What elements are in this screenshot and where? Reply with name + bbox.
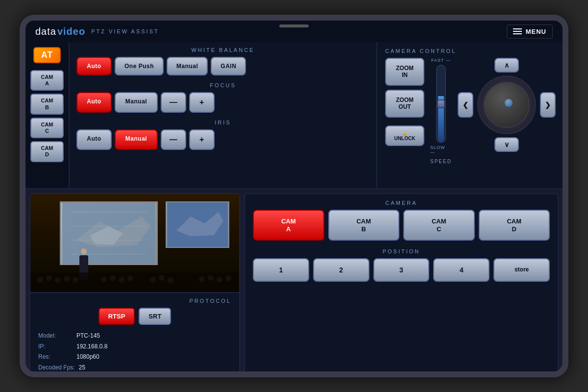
camera-c-button[interactable]: CAMC (403, 210, 475, 241)
focus-minus-button[interactable]: — (161, 92, 186, 113)
store-button[interactable]: store (493, 258, 550, 282)
upper-section: AT CAMA CAMB CAMC CAMD WHITE BALANCE Aut… (25, 42, 563, 189)
focus-manual-button[interactable]: Manual (115, 92, 158, 113)
slow-label: SLOW — (430, 145, 452, 155)
iris-label: IRIS (76, 120, 369, 125)
wb-one-push-button[interactable]: One Push (115, 57, 164, 75)
logo-video: video (57, 26, 85, 37)
camera-section-label: CAMERA (253, 200, 550, 206)
iris-minus-button[interactable]: — (161, 129, 186, 150)
hamburger-icon (513, 28, 522, 34)
svg-point-23 (208, 275, 214, 281)
camera-control-label: CAMERA CONTROL (385, 48, 555, 54)
controls-area: WHITE BALANCE Auto One Push Manual GAIN … (70, 42, 376, 188)
zoom-in-button[interactable]: ZOOMIN (385, 58, 424, 86)
camera-b-button[interactable]: CAMB (328, 210, 400, 241)
focus-auto-button[interactable]: Auto (76, 92, 112, 113)
iris-manual-button[interactable]: Manual (115, 129, 158, 150)
unlock-button[interactable]: 🔒UNLOCK (385, 125, 424, 146)
lower-section: PROTOCOL RTSP SRT Model: PTC-145 IP: 192… (25, 189, 563, 377)
focus-label: FOCUS (76, 82, 369, 88)
menu-button[interactable]: MENU (507, 24, 553, 39)
ptz-right-button[interactable]: ❯ (540, 92, 556, 118)
svg-rect-9 (30, 272, 239, 292)
slider-thumb[interactable] (437, 99, 445, 108)
header: datavideo PTZ VIEW ASSIST MENU (25, 21, 563, 42)
at-badge: AT (33, 47, 61, 63)
wb-manual-button[interactable]: Manual (167, 57, 208, 75)
ptz-middle-row: ❮ ❯ (458, 75, 556, 134)
ip-row: IP: 192.168.0.8 (38, 342, 231, 352)
model-label: Model: (38, 331, 73, 342)
white-balance-buttons: Auto One Push Manual GAIN (76, 57, 369, 75)
ptz-left-button[interactable]: ❮ (458, 92, 473, 118)
iris-auto-button[interactable]: Auto (76, 129, 112, 150)
lecture-screen (60, 201, 158, 265)
position-3-button[interactable]: 3 (373, 258, 430, 282)
logo-data: data (35, 26, 56, 37)
logo: datavideo (35, 26, 85, 37)
camera-grid: CAMA CAMB CAMC CAMD (253, 210, 550, 241)
position-2-button[interactable]: 2 (313, 258, 369, 282)
focus-group: FOCUS Auto Manual — + (76, 82, 369, 113)
svg-point-21 (168, 277, 173, 283)
svg-point-15 (101, 276, 107, 282)
device-info-table: Model: PTC-145 IP: 192.168.0.8 Res: 1080… (38, 331, 231, 373)
srt-button[interactable]: SRT (139, 308, 171, 325)
white-balance-label: WHITE BALANCE (76, 47, 369, 53)
speed-slider-track[interactable] (436, 65, 446, 143)
speed-text-label: SPEED (430, 159, 452, 164)
svg-point-24 (217, 277, 222, 283)
sidebar-cam-d-button[interactable]: CAMD (30, 141, 64, 162)
speed-slider-container: FAST — SLOW — SPEED (430, 58, 452, 164)
left-sidebar: AT CAMA CAMB CAMC CAMD (25, 42, 70, 188)
sidebar-cam-a-button[interactable]: CAMA (30, 70, 64, 91)
ip-value: 192.168.0.8 (76, 342, 107, 352)
position-1-button[interactable]: 1 (253, 258, 309, 282)
joystick-dot (505, 99, 513, 107)
res-label: Res: (38, 352, 73, 363)
presenter-head (81, 248, 87, 254)
header-left: datavideo PTZ VIEW ASSIST (35, 26, 159, 37)
svg-point-25 (225, 275, 231, 281)
position-section-label: POSITION (253, 248, 550, 254)
app-subtitle: PTZ VIEW ASSIST (91, 28, 159, 34)
camera-position-panel: CAMERA CAMA CAMB CAMC CAMD POSITION 1 2 … (244, 193, 559, 377)
zoom-out-button[interactable]: ZOOMOUT (385, 90, 424, 118)
fps-value: 25 (79, 363, 85, 373)
fps-row: Decoded Fps: 25 (38, 363, 231, 373)
rtsp-button[interactable]: RTSP (98, 308, 135, 325)
ptz-up-button[interactable]: ∧ (494, 58, 519, 73)
svg-point-10 (37, 277, 43, 283)
iris-buttons: Auto Manual — + (76, 129, 369, 150)
focus-buttons: Auto Manual — + (76, 92, 369, 113)
white-balance-group: WHITE BALANCE Auto One Push Manual GAIN (76, 47, 369, 75)
lecture-scene (30, 194, 239, 292)
svg-point-13 (64, 276, 70, 282)
screen-content (61, 203, 156, 264)
ptz-joystick[interactable] (477, 75, 536, 134)
position-4-button[interactable]: 4 (433, 258, 490, 282)
ptz-down-button[interactable]: ∨ (494, 137, 519, 152)
wb-gain-button[interactable]: GAIN (211, 57, 246, 75)
model-value: PTC-145 (76, 331, 100, 342)
sidebar-cam-c-button[interactable]: CAMC (30, 118, 64, 138)
protocol-label: PROTOCOL (38, 298, 231, 304)
menu-label: MENU (526, 28, 546, 35)
content-wrapper: AT CAMA CAMB CAMC CAMD WHITE BALANCE Aut… (25, 42, 563, 377)
video-panel: PROTOCOL RTSP SRT Model: PTC-145 IP: 192… (29, 193, 240, 377)
svg-point-20 (159, 275, 165, 281)
screen2 (166, 201, 229, 248)
svg-point-11 (46, 275, 52, 281)
video-feed (30, 194, 239, 292)
position-section: POSITION 1 2 3 4 store (253, 248, 550, 282)
protocol-buttons: RTSP SRT (38, 308, 231, 325)
svg-point-12 (55, 277, 61, 283)
wb-auto-button[interactable]: Auto (76, 57, 112, 75)
iris-plus-button[interactable]: + (189, 129, 215, 150)
ptz-joystick-container: ∧ ❮ ❯ ∨ (458, 58, 556, 152)
focus-plus-button[interactable]: + (189, 92, 215, 113)
camera-d-button[interactable]: CAMD (479, 210, 550, 241)
camera-a-button[interactable]: CAMA (253, 210, 324, 241)
sidebar-cam-b-button[interactable]: CAMB (30, 94, 64, 114)
